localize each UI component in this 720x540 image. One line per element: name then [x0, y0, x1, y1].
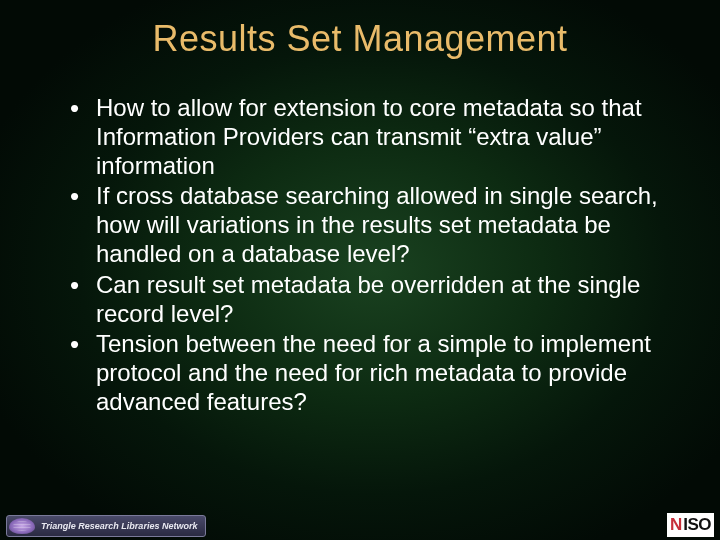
- bullet-list: How to allow for extension to core metad…: [68, 94, 680, 417]
- slide-title: Results Set Management: [40, 18, 680, 60]
- bullet-item: If cross database searching allowed in s…: [68, 182, 680, 268]
- trln-badge: Triangle Research Libraries Network: [6, 515, 206, 537]
- slide-body: How to allow for extension to core metad…: [40, 94, 680, 417]
- slide-footer: Triangle Research Libraries Network NISO: [0, 510, 720, 540]
- niso-n-letter: N: [670, 515, 682, 535]
- bullet-item: How to allow for extension to core metad…: [68, 94, 680, 180]
- trln-label: Triangle Research Libraries Network: [41, 521, 197, 531]
- bullet-item: Tension between the need for a simple to…: [68, 330, 680, 416]
- trln-logo-icon: [9, 518, 35, 534]
- bullet-item: Can result set metadata be overridden at…: [68, 271, 680, 329]
- niso-badge: NISO: [667, 513, 714, 537]
- slide: Results Set Management How to allow for …: [0, 0, 720, 540]
- niso-iso-letters: ISO: [683, 515, 711, 535]
